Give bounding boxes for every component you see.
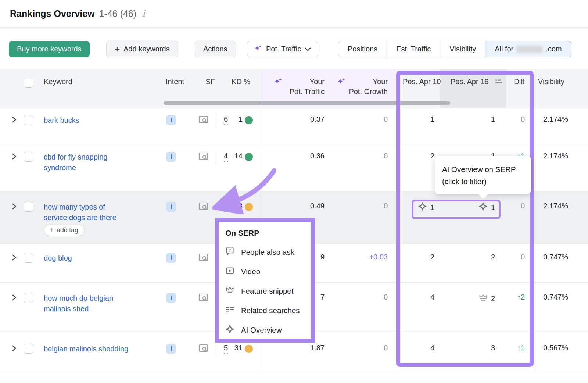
divider bbox=[216, 200, 216, 214]
info-icon[interactable]: i bbox=[142, 8, 145, 19]
row-checkbox[interactable] bbox=[24, 344, 33, 354]
divider bbox=[216, 113, 216, 127]
serp-features-count[interactable]: 5 bbox=[218, 202, 228, 210]
intent-badge[interactable]: I bbox=[166, 344, 176, 354]
divider bbox=[216, 150, 216, 164]
col-diff[interactable]: Diff bbox=[503, 77, 525, 87]
intent-badge[interactable]: I bbox=[166, 293, 176, 303]
serp-snapshot-icon[interactable] bbox=[198, 253, 209, 264]
select-all-checkbox[interactable] bbox=[24, 78, 33, 88]
serp-features-count[interactable]: 6 bbox=[218, 115, 228, 124]
popup-list: ? People also ask Video Feature snippet … bbox=[225, 242, 311, 340]
col-visibility[interactable]: Visibility bbox=[538, 77, 564, 87]
pos-apr16-value: 2 bbox=[439, 293, 495, 304]
col-your-pot-traffic[interactable]: Your Pot. Traffic bbox=[269, 77, 325, 97]
diff-value: ↑1 bbox=[501, 344, 525, 352]
intent-badge[interactable]: I bbox=[166, 202, 176, 212]
col-kd[interactable]: KD % bbox=[224, 77, 250, 87]
popup-item-related-searches[interactable]: Related searches bbox=[225, 301, 311, 320]
expand-chevron-icon[interactable] bbox=[11, 203, 17, 212]
expand-chevron-icon[interactable] bbox=[11, 254, 17, 263]
row-checkbox[interactable] bbox=[24, 253, 33, 263]
intent-badge[interactable]: I bbox=[166, 152, 176, 162]
kd-level-dot bbox=[245, 345, 253, 353]
serp-features-count[interactable]: 5 bbox=[218, 344, 228, 352]
tab-est-traffic[interactable]: Est. Traffic bbox=[387, 41, 440, 57]
metric-tab-group: Positions Est. Traffic Visibility All fo… bbox=[338, 41, 571, 57]
pot-traffic-value: 0.36 bbox=[267, 152, 325, 160]
kd-value: 43 bbox=[228, 202, 243, 210]
related-searches-icon bbox=[225, 305, 234, 316]
chevron-down-icon bbox=[305, 45, 311, 53]
serp-snapshot-icon[interactable] bbox=[198, 293, 209, 304]
expand-chevron-icon[interactable] bbox=[11, 345, 17, 354]
expand-chevron-icon[interactable] bbox=[11, 116, 17, 125]
ai-overview-tooltip: AI Overview on SERP (click to filter) bbox=[435, 156, 531, 194]
keyword-link[interactable]: dog blog bbox=[44, 253, 161, 264]
expand-chevron-icon[interactable] bbox=[11, 153, 17, 162]
col-your-pot-growth[interactable]: Your Pot. Growth bbox=[333, 77, 388, 97]
pot-traffic-value: 0.49 bbox=[267, 202, 325, 210]
popup-item-feature-snippet[interactable]: Feature snippet bbox=[225, 281, 311, 301]
popup-item-ai-overview[interactable]: AI Overview bbox=[225, 320, 311, 340]
row-checkbox[interactable] bbox=[24, 202, 33, 212]
tab-positions[interactable]: Positions bbox=[338, 41, 387, 57]
buy-more-keywords-button[interactable]: Buy more keywords bbox=[9, 41, 90, 57]
pos-apr16-value: 2 bbox=[439, 253, 495, 261]
ai-overview-icon[interactable] bbox=[418, 202, 427, 213]
ai-overview-icon[interactable] bbox=[478, 202, 488, 213]
expand-chevron-icon[interactable] bbox=[11, 294, 17, 303]
col-pos-apr-16[interactable]: Pos. Apr 16 bbox=[451, 77, 488, 87]
visibility-value: 2.174% bbox=[536, 202, 568, 210]
serp-snapshot-icon[interactable] bbox=[198, 115, 209, 126]
table-row: bark bucks I 6 1 0.37 0 1 1 0 2.174% bbox=[0, 108, 588, 145]
tab-all-for-domain[interactable]: All for .com bbox=[485, 41, 571, 57]
actions-button[interactable]: Actions bbox=[195, 41, 236, 57]
visibility-value: 0.567% bbox=[536, 344, 568, 352]
row-checkbox[interactable] bbox=[24, 115, 33, 125]
diff-value: 0 bbox=[501, 115, 525, 124]
horizontal-scrollbar[interactable] bbox=[164, 101, 450, 105]
plus-icon: + bbox=[115, 45, 120, 54]
serp-features-count[interactable]: 4 bbox=[218, 152, 228, 160]
visibility-value: 0.747% bbox=[536, 253, 568, 261]
col-pos-apr-10[interactable]: Pos. Apr 10 bbox=[403, 77, 441, 87]
popup-item-people-also-ask[interactable]: ? People also ask bbox=[225, 242, 311, 262]
kd-level-dot bbox=[245, 153, 253, 161]
pos-apr10-value: 4 bbox=[392, 293, 434, 301]
keyword-link[interactable]: bark bucks bbox=[44, 115, 161, 126]
popup-item-video[interactable]: Video bbox=[225, 262, 311, 281]
kd-value: 14 bbox=[228, 152, 243, 160]
serp-snapshot-icon[interactable] bbox=[198, 344, 209, 355]
keyword-link[interactable]: belgian malinois shedding bbox=[44, 344, 161, 354]
kd-level-dot bbox=[245, 116, 253, 124]
diff-value: ↑2 bbox=[501, 293, 525, 301]
sparkles-icon bbox=[254, 44, 262, 54]
visibility-value: 2.174% bbox=[536, 115, 568, 124]
pot-growth-value: 0 bbox=[331, 293, 388, 301]
keyword-link[interactable]: how much do belgianmalinois shed bbox=[44, 293, 161, 314]
add-keywords-button[interactable]: + Add keywords bbox=[106, 41, 178, 57]
col-intent[interactable]: Intent bbox=[166, 77, 184, 87]
row-checkbox[interactable] bbox=[24, 152, 33, 162]
pos-apr10-value: 1 bbox=[392, 202, 434, 213]
intent-badge[interactable]: I bbox=[166, 115, 176, 125]
col-keyword[interactable]: Keyword bbox=[44, 77, 72, 87]
diff-value: 0 bbox=[501, 202, 525, 210]
row-checkbox[interactable] bbox=[24, 293, 33, 303]
popup-title: On SERP bbox=[225, 229, 311, 237]
kd-level-dot bbox=[245, 203, 253, 211]
serp-snapshot-icon[interactable] bbox=[198, 202, 209, 213]
keyword-link[interactable]: how many types ofservice dogs are there bbox=[44, 202, 161, 223]
pot-traffic-value: 0.37 bbox=[267, 115, 325, 124]
serp-snapshot-icon[interactable] bbox=[198, 152, 209, 163]
pot-traffic-dropdown[interactable]: Pot. Traffic bbox=[247, 41, 318, 57]
sort-icon[interactable] bbox=[495, 79, 503, 86]
col-sf[interactable]: SF bbox=[198, 77, 215, 87]
intent-badge[interactable]: I bbox=[166, 253, 176, 263]
visibility-value: 0.747% bbox=[536, 293, 568, 301]
keyword-link[interactable]: cbd for fly snappingsyndrome bbox=[44, 152, 161, 173]
tab-visibility[interactable]: Visibility bbox=[440, 41, 485, 57]
pot-growth-value: 0 bbox=[331, 202, 388, 210]
add-tag-button[interactable]: +add tag bbox=[44, 225, 85, 236]
